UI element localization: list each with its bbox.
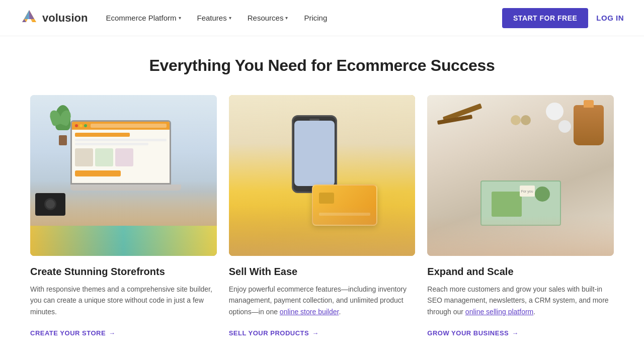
chevron-down-icon: ▾: [285, 15, 288, 21]
nav-right: START FOR FREE LOG IN: [502, 8, 624, 28]
nav-links: Ecommerce Platform ▾ Features ▾ Resource…: [106, 14, 327, 22]
create-store-link[interactable]: CREATE YOUR STORE →: [30, 329, 116, 337]
sphere2: [558, 120, 571, 133]
fabric: [30, 226, 217, 256]
page-title: Everything You Need for Ecommerce Succes…: [30, 56, 614, 75]
nav-pricing[interactable]: Pricing: [304, 14, 327, 22]
nav-resources[interactable]: Resources ▾: [248, 14, 288, 22]
payment-scene: [229, 95, 416, 256]
card-sell-title: Sell With Ease: [229, 266, 416, 278]
navigation: volusion Ecommerce Platform ▾ Features ▾…: [0, 0, 644, 36]
online-store-builder-link[interactable]: online store builder: [280, 308, 339, 316]
nav-left: volusion Ecommerce Platform ▾ Features ▾…: [20, 9, 327, 27]
camera: [35, 193, 65, 216]
nav-ecommerce-platform[interactable]: Ecommerce Platform ▾: [106, 14, 181, 22]
gifts-scene: For you: [427, 95, 614, 256]
feature-cards: Create Stunning Storefronts With respons…: [30, 95, 614, 347]
card-expand: For you Expand and Scale Reach more cust…: [427, 95, 614, 347]
card-storefronts-content: Create Stunning Storefronts With respons…: [30, 256, 217, 347]
storefront-scene: [30, 95, 217, 256]
arrow-icon: →: [312, 329, 319, 337]
phone: [292, 115, 337, 193]
start-for-free-button[interactable]: START FOR FREE: [502, 8, 588, 28]
card-sell-content: Sell With Ease Enjoy powerful ecommerce …: [229, 256, 416, 347]
sphere1: [546, 103, 564, 120]
laptop-shape: [70, 120, 181, 191]
bow: [511, 115, 531, 130]
volusion-logo-icon: [20, 9, 38, 27]
chevron-down-icon: ▾: [229, 15, 231, 21]
card-storefronts-image: [30, 95, 217, 256]
card-storefronts-desc: With responsive themes and a comprehensi…: [30, 284, 217, 317]
arrow-icon: →: [512, 329, 519, 337]
card-expand-title: Expand and Scale: [427, 266, 614, 278]
card-expand-content: Expand and Scale Reach more customers an…: [427, 256, 614, 347]
card-sell-image: [229, 95, 416, 256]
chevron-down-icon: ▾: [179, 15, 181, 21]
logo[interactable]: volusion: [20, 9, 88, 27]
card-expand-image: For you: [427, 95, 614, 256]
main-content: Everything You Need for Ecommerce Succes…: [0, 36, 644, 362]
grow-business-link[interactable]: GROW YOUR BUSINESS →: [427, 329, 518, 337]
hands-overlay: [229, 206, 416, 256]
login-button[interactable]: LOG IN: [596, 14, 624, 22]
bottle: [574, 105, 604, 145]
card-sell-desc: Enjoy powerful ecommerce features—includ…: [229, 284, 416, 317]
arrow-icon: →: [109, 329, 116, 337]
online-selling-platform-link[interactable]: online selling platform: [465, 308, 533, 316]
logo-text: volusion: [42, 12, 88, 25]
hands-bottom: [427, 216, 614, 256]
card-sell: Sell With Ease Enjoy powerful ecommerce …: [229, 95, 416, 347]
card-storefronts: Create Stunning Storefronts With respons…: [30, 95, 217, 347]
sell-products-link[interactable]: SELL YOUR PRODUCTS →: [229, 329, 319, 337]
card-expand-desc: Reach more customers and grow your sales…: [427, 284, 614, 317]
card-storefronts-title: Create Stunning Storefronts: [30, 266, 217, 278]
nav-features[interactable]: Features ▾: [197, 14, 231, 22]
